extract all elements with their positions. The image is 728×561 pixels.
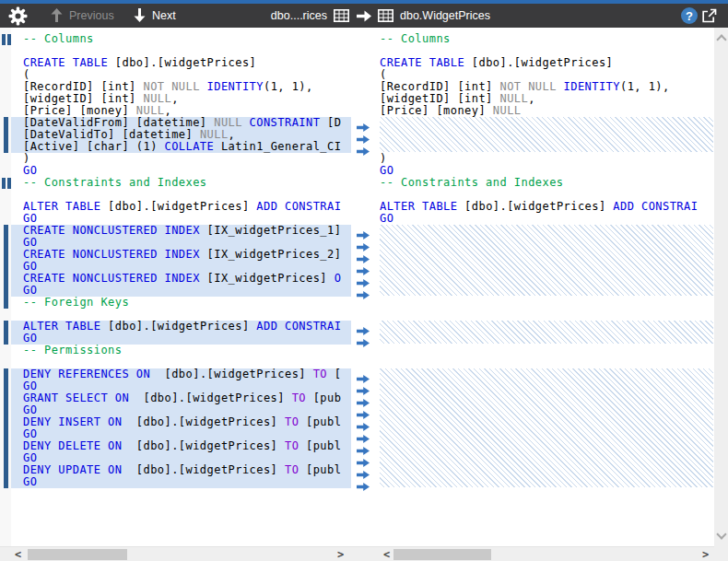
change-block-marker [4,368,8,488]
missing-lines-hatch [380,225,713,296]
diff-gutter [351,28,377,546]
next-difference-button[interactable]: Next [134,8,176,22]
blank-line [376,345,714,356]
copy-right-arrow-icon[interactable] [357,478,370,486]
copy-right-arrow-icon[interactable] [357,239,370,247]
copy-right-arrow-icon[interactable] [357,442,370,450]
code-line: [Active] [char] (1) COLLATE Latin1_Gener… [11,141,351,153]
table-grid-icon [334,9,349,22]
code-line: GO [11,165,351,177]
next-label: Next [152,9,176,22]
code-line: [RecordID] [int] NOT NULL IDENTITY(1, 1)… [376,81,714,93]
copy-right-arrow-icon[interactable] [357,286,370,295]
blank-line [11,356,351,368]
copy-right-arrow-icon[interactable] [357,119,370,127]
code-line: ALTER TABLE [dbo].[widgetPrices] ADD CON… [376,201,714,213]
code-line: [widgetID] [int] NULL, [376,93,714,105]
code-line: [DateValidTo] [datetime] NULL, [11,129,351,141]
code-line: GO [11,213,351,225]
copy-right-arrow-icon[interactable] [357,406,370,415]
copy-right-arrow-icon[interactable] [357,227,370,235]
left-pane-scroll-left-arrow[interactable]: < [15,548,21,561]
blank-line [376,297,714,309]
code-line: -- Columns [11,33,351,45]
copy-right-arrow-icon[interactable] [357,454,370,462]
code-line: ALTER TABLE [dbo].[widgetPrices] ADD CON… [11,201,351,213]
code-line: -- Columns [376,33,714,45]
open-external-icon [701,8,717,23]
code-line: DENY INSERT ON [dbo].[widgetPrices] TO [… [11,416,351,428]
right-pane-scroll-right-arrow[interactable]: > [702,548,709,561]
horizontal-scrollbar-track[interactable]: < > < > [0,546,728,561]
code-line: GO [11,333,351,345]
previous-difference-button[interactable]: Previous [51,8,114,22]
code-line: GO [11,452,351,464]
copy-right-arrow-icon[interactable] [357,466,370,474]
copy-right-arrow-icon[interactable] [357,418,370,427]
copy-right-arrow-icon[interactable] [357,370,370,379]
source-code-pane[interactable]: -- ColumnsCREATE TABLE [dbo].[widgetPric… [0,28,352,546]
scroll-down-arrow-icon[interactable] [716,529,726,539]
code-line: DENY REFERENCES ON [dbo].[widgetPrices] … [11,368,351,380]
copy-right-arrow-icon[interactable] [357,275,370,283]
code-line: -- Constraints and Indexes [376,177,714,189]
settings-button[interactable] [8,6,28,26]
copy-right-arrow-icon[interactable] [357,263,370,271]
target-object-tab[interactable]: dbo.WidgetPrices [378,9,490,22]
copy-right-arrow-icon[interactable] [357,143,370,151]
help-button[interactable]: ? [681,7,698,24]
gear-icon [8,6,28,26]
direction-arrow-icon [357,10,371,22]
code-line: GO [11,428,351,440]
code-line: GO [11,380,351,392]
right-pane-scrollbar-thumb[interactable] [393,549,491,560]
change-block-marker [4,321,8,345]
code-line: [Price] [money] NULL [376,105,714,117]
code-line: GO [11,404,351,416]
scroll-up-arrow-icon[interactable] [716,34,726,44]
copy-right-arrow-icon[interactable] [357,334,370,343]
code-line: CREATE NONCLUSTERED INDEX [IX_widgetPric… [11,249,351,261]
code-line: [widgetID] [int] NULL, [11,93,351,105]
scrollbar-corner [714,546,728,561]
code-line: CREATE TABLE [dbo].[widgetPrices] [11,57,351,69]
copy-right-arrow-icon[interactable] [357,430,370,438]
right-pane-scroll-left-arrow[interactable]: < [383,548,390,561]
code-line: [Price] [money] NULL, [11,105,351,117]
copy-right-arrow-icon[interactable] [357,394,370,403]
copy-right-arrow-icon[interactable] [357,131,370,139]
target-code-pane[interactable]: -- ColumnsCREATE TABLE [dbo].[widgetPric… [376,28,714,546]
source-object-name: dbo....rices [271,9,327,22]
blank-line [11,189,351,201]
open-external-button[interactable] [701,8,717,23]
copy-right-arrow-icon[interactable] [357,251,370,259]
missing-lines-hatch [380,368,713,487]
code-line: ( [11,69,351,81]
code-line: [RecordID] [int] NOT NULL IDENTITY(1, 1)… [11,81,351,93]
code-line: ALTER TABLE [dbo].[widgetPrices] ADD CON… [11,321,351,333]
toolbar: Previous Next dbo....rices dbo.WidgetPri… [0,4,728,28]
change-marker-margin [0,28,11,546]
missing-lines-hatch [380,321,713,344]
code-line: CREATE NONCLUSTERED INDEX [IX_widgetPric… [11,273,351,285]
copy-right-arrow-icon[interactable] [357,382,370,391]
section-marker [2,34,6,45]
code-line: ) [376,153,714,165]
left-pane-scroll-right-arrow[interactable]: > [337,548,344,561]
section-marker [2,178,6,189]
code-line: GO [11,476,351,488]
code-line: -- Foreign Keys [11,297,351,309]
code-line: CREATE NONCLUSTERED INDEX [IX_widgetPric… [11,225,351,237]
code-line: -- Constraints and Indexes [11,177,351,189]
missing-lines-hatch [380,117,713,152]
code-line: [DateValidFrom] [datetime] NULL CONSTRAI… [11,117,351,129]
blank-line [376,356,714,368]
code-line: GRANT SELECT ON [dbo].[widgetPrices] TO … [11,392,351,404]
code-line: GO [376,165,714,177]
vertical-scrollbar[interactable] [714,28,728,546]
copy-right-arrow-icon[interactable] [357,322,370,331]
source-object-tab[interactable]: dbo....rices [271,9,349,22]
change-block-marker [4,225,8,309]
left-pane-scrollbar-thumb[interactable] [28,549,127,560]
arrow-down-icon [134,8,146,22]
